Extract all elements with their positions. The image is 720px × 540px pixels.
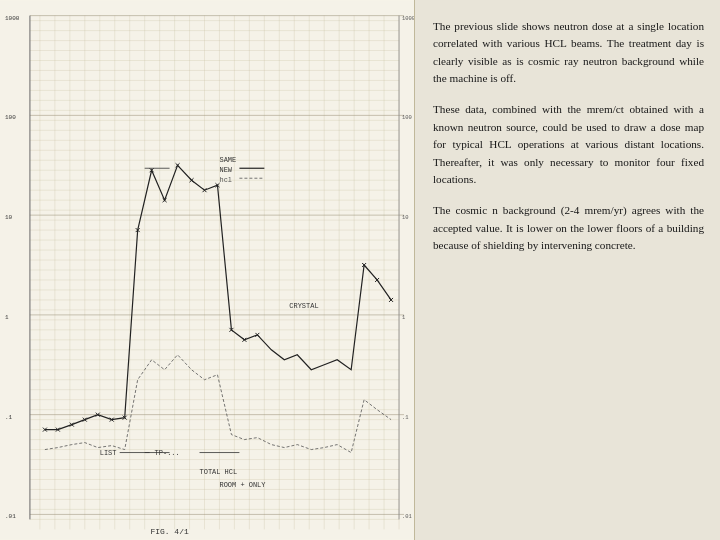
chart-svg: 1000 100 10 1 .1 .01 DOSE EQUIVALENT (mr… <box>0 0 414 540</box>
svg-text:LIST: LIST <box>100 449 117 457</box>
svg-text:FIG. 4/1: FIG. 4/1 <box>150 527 188 536</box>
svg-text:hcl: hcl <box>219 176 232 184</box>
svg-text:.01: .01 <box>402 513 413 520</box>
svg-text:.01: .01 <box>5 513 16 520</box>
svg-text:10: 10 <box>5 214 13 221</box>
svg-text:1000: 1000 <box>402 15 414 22</box>
svg-text:100: 100 <box>402 114 412 121</box>
svg-text:TOTAL HCL: TOTAL HCL <box>200 469 238 477</box>
svg-text:NEW: NEW <box>219 166 232 174</box>
chart-area: 1000 100 10 1 .1 .01 DOSE EQUIVALENT (mr… <box>0 0 415 540</box>
svg-text:10: 10 <box>402 214 409 221</box>
svg-text:1: 1 <box>5 314 9 321</box>
svg-text:100: 100 <box>5 114 16 121</box>
svg-text:.1: .1 <box>402 414 409 421</box>
svg-text:ROOM + ONLY: ROOM + ONLY <box>219 481 266 489</box>
paragraph-1: The previous slide shows neutron dose at… <box>433 18 704 87</box>
paragraph-3: The cosmic n background (2-4 mrem/yr) ag… <box>433 202 704 254</box>
text-area: The previous slide shows neutron dose at… <box>415 0 720 540</box>
svg-text:1000: 1000 <box>5 15 20 22</box>
svg-text:.1: .1 <box>5 414 13 421</box>
svg-text:SAME: SAME <box>219 156 236 164</box>
svg-text:CRYSTAL: CRYSTAL <box>289 302 318 310</box>
paragraph-2: These data, combined with the mrem/ct ob… <box>433 101 704 188</box>
